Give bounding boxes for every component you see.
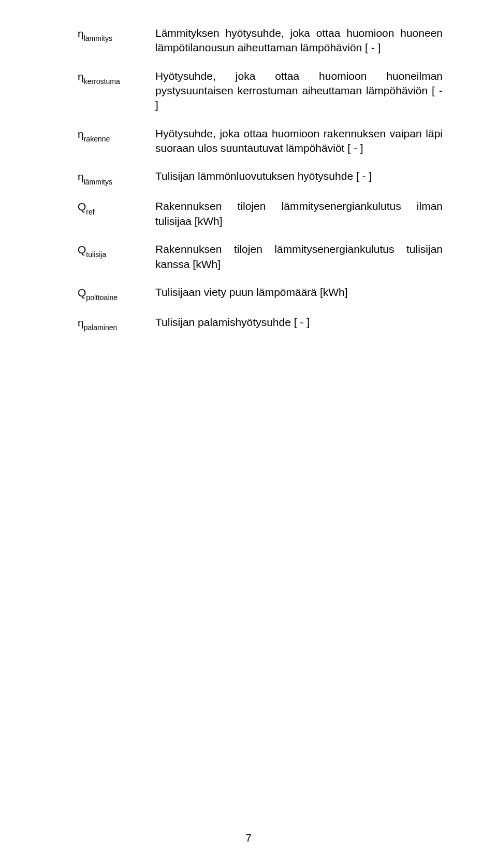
term-definition: Rakennuksen tilojen lämmitysenergiankulu…	[155, 199, 443, 229]
term-main: η	[78, 317, 84, 329]
term-definition: Tulisijan lämmönluovutuksen hyötysuhde […	[155, 169, 443, 183]
definition-row: Qpolttoaine Tulisijaan viety puun lämpöm…	[78, 285, 443, 302]
term-sub: kerrostuma	[84, 77, 120, 86]
term-symbol: ηrakenne	[78, 126, 155, 143]
term-definition: Hyötysuhde, joka ottaa huomioon rakennuk…	[155, 126, 443, 156]
term-definition: Rakennuksen tilojen lämmitysenergiankulu…	[155, 242, 443, 272]
definition-row: ηpalaminen Tulisijan palamishyötysuhde […	[78, 315, 443, 332]
term-sub: lämmitys	[84, 178, 112, 186]
term-sub: ref	[86, 208, 94, 216]
definition-row: ηlämmitys Tulisijan lämmönluovutuksen hy…	[78, 169, 443, 186]
term-symbol: ηlämmitys	[78, 169, 155, 186]
page-container: ηlämmitys Lämmityksen hyötysuhde, joka o…	[0, 0, 497, 868]
page-number: 7	[0, 832, 497, 844]
term-definition: Hyötysuhde, joka ottaa huomioon huoneilm…	[155, 69, 443, 113]
term-symbol: ηpalaminen	[78, 315, 155, 332]
term-symbol: Qpolttoaine	[78, 285, 155, 302]
term-main: η	[78, 27, 84, 39]
term-main: Q	[78, 201, 86, 212]
term-sub: tulisija	[86, 250, 106, 259]
term-symbol: ηlämmitys	[78, 26, 155, 42]
term-definition: Tulisijaan viety puun lämpömäärä [kWh]	[155, 285, 443, 300]
term-main: Q	[78, 287, 86, 298]
term-definition: Lämmityksen hyötysuhde, joka ottaa huomi…	[155, 26, 443, 55]
definition-row: Qtulisija Rakennuksen tilojen lämmitysen…	[78, 242, 443, 272]
term-definition: Tulisijan palamishyötysuhde [ - ]	[155, 315, 443, 330]
term-main: η	[78, 70, 84, 82]
term-main: η	[78, 128, 84, 140]
term-sub: polttoaine	[86, 293, 118, 302]
term-sub: palaminen	[84, 323, 118, 332]
term-main: η	[78, 170, 84, 182]
definition-row: ηkerrostuma Hyötysuhde, joka ottaa huomi…	[78, 69, 443, 113]
term-symbol: ηkerrostuma	[78, 69, 155, 86]
term-symbol: Qref	[78, 199, 155, 216]
definition-row: ηlämmitys Lämmityksen hyötysuhde, joka o…	[78, 26, 443, 55]
term-sub: lämmitys	[84, 34, 112, 42]
definition-row: Qref Rakennuksen tilojen lämmitysenergia…	[78, 199, 443, 229]
definition-row: ηrakenne Hyötysuhde, joka ottaa huomioon…	[78, 126, 443, 156]
term-main: Q	[78, 244, 86, 255]
term-sub: rakenne	[84, 135, 110, 143]
term-symbol: Qtulisija	[78, 242, 155, 259]
